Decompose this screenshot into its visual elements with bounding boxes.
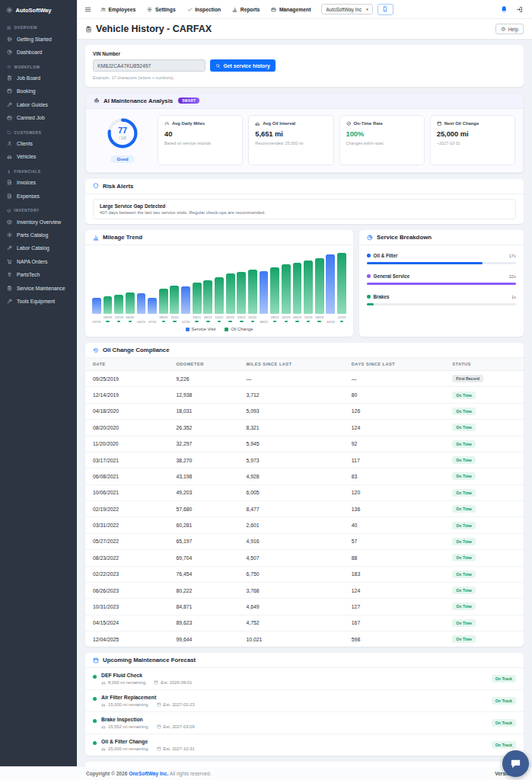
sidebar-item-tools-equipment[interactable]: Tools Equipment <box>0 295 77 308</box>
dollar-icon <box>7 170 11 174</box>
breakdown-row-general-service: General Service22x <box>367 273 516 285</box>
x-label-bottom <box>337 320 346 324</box>
table-row: 04/15/202489,6234,752167On Time <box>85 615 524 631</box>
sidebar-item-inventory-overview[interactable]: Inventory Overview <box>0 215 77 228</box>
sidebar-item-booking[interactable]: Booking <box>0 85 77 98</box>
x-label: 06/23 <box>293 315 302 324</box>
sidebar-item-service-maintenance[interactable]: Service Maintenance <box>0 281 77 294</box>
x-label-bottom <box>203 320 212 324</box>
stat-value: 5,651 mi <box>255 130 327 138</box>
stat-label: Avg Oil Interval <box>255 121 327 126</box>
cell-miles: 5,945 <box>239 436 344 452</box>
cell-odometer: 99,644 <box>168 631 238 647</box>
forecast-estimate: Est. 2027-10-31 <box>157 746 195 751</box>
oil-change-bar <box>270 267 279 314</box>
sidebar-item-partstech[interactable]: PartsTech <box>0 268 77 281</box>
nav-item-reports[interactable]: Reports <box>232 7 260 12</box>
stat-label: On-Time Rate <box>346 121 418 126</box>
sidebar-item-job-board[interactable]: Job Board <box>0 72 77 85</box>
chat-fab-button[interactable] <box>502 750 529 777</box>
menu-icon[interactable] <box>84 6 91 13</box>
stat-card-on-time-rate: On-Time Rate100%Changes within spec <box>339 115 425 165</box>
oil-change-bar <box>282 264 291 314</box>
x-label-top: 04/24 <box>315 315 324 320</box>
sidebar-item-canned-job[interactable]: Canned Job <box>0 111 77 124</box>
x-label: 03/21 <box>193 315 202 324</box>
nav-item-inspection[interactable]: Inspection <box>187 7 221 12</box>
brand[interactable]: AutoSoftWay <box>0 0 77 20</box>
x-label: 10/21 <box>215 315 224 324</box>
nav-item-management[interactable]: Management <box>271 7 311 12</box>
status-badge: On Time <box>452 571 476 578</box>
cell-status: On Time <box>444 420 524 436</box>
device-button[interactable] <box>377 4 393 15</box>
sidebar-item-expenses[interactable]: Expenses <box>0 190 77 203</box>
nav-item-settings[interactable]: Settings <box>147 7 175 12</box>
cell-days: 40 <box>344 517 444 533</box>
table-row: 12/14/201912,9383,71280On Time <box>85 387 524 403</box>
oil-tick <box>218 321 221 322</box>
x-label-top: 06/23 <box>293 315 302 320</box>
x-label-top: 04/20 <box>126 315 135 320</box>
oil-tick <box>285 321 288 322</box>
forecast-name: Oil & Filter Change <box>101 739 195 744</box>
forecast-miles: 15,552 mi remaining <box>101 724 148 729</box>
risk-alert-desc: 407 days between the last two service vi… <box>100 210 509 215</box>
nav-item-employees[interactable]: Employees <box>100 7 135 12</box>
calendar-icon <box>157 724 161 729</box>
content: VIN Number Get service history Example: … <box>77 39 532 767</box>
pie-icon <box>7 50 13 55</box>
mileage-trend-card: Mileage Trend 02/1909/1912/1904/20 06/20… <box>85 230 353 337</box>
service-breakdown-card: Service Breakdown Oil & Filter17xGeneral… <box>359 230 524 337</box>
cell-days: 120 <box>344 484 444 500</box>
chart-icon <box>232 7 237 12</box>
company-select[interactable]: AutoSoftWay Inc ▾ <box>321 4 372 14</box>
chat-icon <box>510 758 521 769</box>
cell-odometer: 26,352 <box>168 420 238 436</box>
score-max: / 100 <box>119 136 126 140</box>
cell-status: On Time <box>444 615 524 631</box>
forecast-name: Brake Inspection <box>101 717 195 722</box>
vin-input[interactable] <box>93 59 205 72</box>
calendar-icon <box>437 121 442 126</box>
bell-icon[interactable] <box>500 5 508 14</box>
briefcase-icon <box>271 7 276 12</box>
x-label-bottom <box>270 320 279 324</box>
cell-miles: 4,928 <box>239 468 344 484</box>
breakdown-title: Service Breakdown <box>377 234 432 241</box>
sidebar-item-labor-catalog[interactable]: Labor Catalog <box>0 241 77 254</box>
sidebar-item-getting-started[interactable]: Getting Started <box>0 33 77 46</box>
cell-status: On Time <box>444 582 524 598</box>
company-link[interactable]: OneSoftWay Inc. <box>129 771 168 776</box>
cell-date: 02/19/2022 <box>85 501 168 517</box>
sidebar-item-clients[interactable]: Clients <box>0 137 77 150</box>
x-label-top: 05/22 <box>248 315 257 320</box>
cell-days: 124 <box>344 420 444 436</box>
forecast-miles: 25,000 mi remaining <box>101 746 148 751</box>
car-icon <box>7 154 13 159</box>
sidebar-item-dashboard[interactable]: Dashboard <box>0 46 77 59</box>
help-button[interactable]: Help <box>495 24 524 34</box>
folder-icon <box>7 130 11 135</box>
status-badge: On Time <box>452 635 476 643</box>
sidebar-item-label: Tools Equipment <box>17 299 55 304</box>
legend-label: Service Visit <box>192 327 216 331</box>
mileage-x-labels: 02/1909/1912/1904/20 06/20 07/2008/2011/… <box>92 315 346 324</box>
sidebar-item-vehicles[interactable]: Vehicles <box>0 150 77 163</box>
column-header-days-since-last: DAYS SINCE LAST <box>344 358 444 371</box>
car-icon <box>101 680 106 685</box>
table-row: 08/20/202026,3528,321124On Time <box>85 420 524 436</box>
sidebar-item-labor-guides[interactable]: Labor Guides <box>0 98 77 111</box>
stat-card-next-oil-change: Next Oil Change25,000 mi~2027-10-31 <box>430 115 515 165</box>
sidebar-item-napa-orders[interactable]: NAPA Orders <box>0 255 77 268</box>
x-label-bottom <box>104 320 113 324</box>
sidebar-item-label: Labor Guides <box>17 102 48 107</box>
sidebar-item-invoices[interactable]: Invoices <box>0 176 77 189</box>
logout-icon[interactable] <box>516 6 523 13</box>
status-badge: On Time <box>452 392 476 399</box>
x-label-top: 12/19 <box>114 315 123 320</box>
legend-oil-change: Oil Change <box>225 327 253 331</box>
get-service-history-button[interactable]: Get service history <box>210 59 276 72</box>
x-label-bottom: 08/22 <box>260 320 269 324</box>
sidebar-item-parts-catalog[interactable]: Parts Catalog <box>0 229 77 241</box>
